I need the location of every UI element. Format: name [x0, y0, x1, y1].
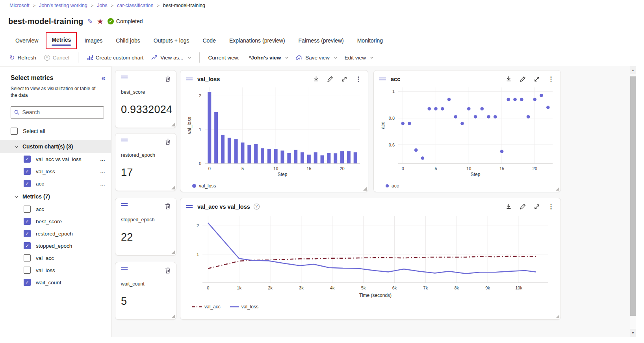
tab-fairness[interactable]: Fairness (preview) — [293, 33, 350, 48]
acc-scatter-chart[interactable]: 051015200.60.81Stepacc — [379, 83, 557, 179]
download-icon[interactable] — [506, 204, 512, 210]
tab-overview[interactable]: Overview — [9, 33, 44, 48]
drag-handle[interactable] — [379, 78, 386, 80]
drag-handle[interactable] — [186, 205, 193, 208]
checkbox-best-score[interactable]: ✓ — [24, 218, 31, 225]
more-options-icon[interactable]: … — [100, 169, 106, 174]
checkbox-acc-chart[interactable]: ✓ — [24, 180, 31, 187]
delete-card-icon[interactable] — [165, 203, 171, 211]
breadcrumb-link-experiment[interactable]: car-classification — [117, 3, 153, 8]
resize-handle[interactable] — [171, 186, 175, 189]
collapse-panel-icon[interactable]: « — [101, 74, 106, 82]
edit-chart-icon[interactable] — [327, 76, 333, 82]
svg-text:15: 15 — [499, 166, 504, 171]
more-options-icon[interactable]: … — [100, 156, 106, 162]
metric-row[interactable]: ✓ stopped_epoch — [0, 240, 111, 252]
checkbox-stopped-epoch[interactable]: ✓ — [24, 242, 31, 249]
tab-images[interactable]: Images — [78, 33, 108, 48]
tab-metrics[interactable]: Metrics — [46, 32, 77, 49]
expand-icon[interactable] — [341, 76, 347, 82]
breadcrumb-link-workspace[interactable]: John's testing working — [39, 3, 87, 8]
scrollbar-thumb[interactable] — [630, 76, 636, 316]
legend-acc[interactable]: acc — [386, 183, 399, 189]
create-custom-chart-button[interactable]: Create custom chart — [83, 55, 148, 61]
legend-val-loss[interactable]: val_loss — [230, 304, 258, 310]
checkbox-val-acc-vs-val-loss[interactable]: ✓ — [24, 156, 31, 163]
metric-row[interactable]: ✓ acc — [0, 203, 111, 215]
metric-row[interactable]: ✓ val_acc — [0, 252, 111, 264]
drag-handle[interactable] — [121, 203, 128, 206]
more-options-icon[interactable]: ⋮ — [548, 75, 554, 83]
current-view-dropdown[interactable]: *John's view — [245, 55, 292, 61]
resize-handle[interactable] — [556, 187, 559, 191]
metric-row[interactable]: ✓ best_score — [0, 215, 111, 228]
legend-val-acc[interactable]: val_acc — [192, 304, 221, 310]
resize-handle[interactable] — [171, 315, 175, 318]
group-custom-charts[interactable]: Custom chart(s) (3) — [0, 140, 111, 153]
select-all-row[interactable]: ✓ Select all — [11, 125, 111, 137]
favorite-star-icon[interactable]: ★ — [97, 17, 104, 26]
val-loss-bar-chart[interactable]: 05101520012Stepval_loss — [186, 83, 364, 179]
delete-card-icon[interactable] — [165, 76, 171, 83]
checkbox-val-loss[interactable]: ✓ — [24, 267, 31, 274]
breadcrumb-link-microsoft[interactable]: Microsoft — [9, 3, 30, 8]
legend-val-loss[interactable]: val_loss — [192, 183, 216, 189]
select-all-checkbox[interactable]: ✓ — [11, 128, 18, 135]
scroll-up-arrow[interactable]: ▲ — [630, 66, 636, 74]
scroll-down-arrow[interactable]: ▼ — [630, 329, 636, 337]
checkbox-val-acc[interactable]: ✓ — [24, 254, 31, 261]
resize-handle[interactable] — [363, 187, 367, 191]
edit-chart-icon[interactable] — [520, 76, 526, 82]
group-metrics[interactable]: Metrics (7) — [0, 190, 111, 203]
download-icon[interactable] — [313, 76, 319, 82]
val-acc-vs-val-loss-line-chart[interactable]: 01k2k3k4k5k6k7k8k9k10k12Time (seconds) — [186, 210, 555, 300]
resize-handle[interactable] — [171, 123, 175, 126]
tab-explanations[interactable]: Explanations (preview) — [223, 33, 291, 48]
tab-outputs-logs[interactable]: Outputs + logs — [148, 33, 195, 48]
drag-handle[interactable] — [121, 76, 128, 78]
edit-title-icon[interactable]: ✎ — [87, 17, 93, 26]
search-input[interactable] — [22, 109, 100, 115]
status-label: Completed — [116, 18, 143, 24]
drag-handle[interactable] — [186, 78, 193, 80]
more-options-icon[interactable]: ⋮ — [355, 75, 362, 83]
metric-row[interactable]: ✓ val_loss — [0, 264, 111, 276]
tab-code[interactable]: Code — [197, 33, 221, 48]
svg-text:Time (seconds): Time (seconds) — [359, 293, 392, 298]
save-view-button[interactable]: Save view — [292, 55, 341, 61]
metric-row[interactable]: ✓ wait_count — [0, 276, 111, 289]
resize-handle[interactable] — [556, 315, 559, 318]
help-icon[interactable]: ? — [254, 204, 260, 210]
custom-chart-row[interactable]: ✓ val_acc vs val_loss … — [0, 153, 111, 165]
expand-icon[interactable] — [534, 204, 540, 210]
refresh-button[interactable]: ↻ Refresh — [9, 54, 40, 61]
drag-handle[interactable] — [121, 139, 128, 141]
custom-chart-row[interactable]: ✓ val_loss … — [0, 165, 111, 178]
expand-icon[interactable] — [534, 76, 540, 82]
delete-card-icon[interactable] — [165, 139, 171, 146]
checkbox-wait-count[interactable]: ✓ — [24, 279, 31, 286]
vertical-scrollbar[interactable]: ▲ ▼ — [630, 66, 636, 337]
tab-child-jobs[interactable]: Child jobs — [110, 33, 146, 48]
metric-row[interactable]: ✓ restored_epoch — [0, 228, 111, 240]
tab-monitoring[interactable]: Monitoring — [351, 33, 389, 48]
delete-card-icon[interactable] — [165, 267, 171, 275]
checkbox-acc[interactable]: ✓ — [24, 206, 31, 213]
metrics-search-box[interactable] — [11, 106, 104, 119]
edit-chart-icon[interactable] — [520, 204, 526, 210]
group-metrics-label: Metrics (7) — [22, 193, 50, 200]
legend-label: val_acc — [204, 304, 221, 310]
download-icon[interactable] — [506, 76, 512, 82]
cancel-button[interactable]: ✕ Cancel — [40, 55, 73, 61]
view-as-button[interactable]: View as... — [147, 55, 194, 61]
checkbox-val-loss-chart[interactable]: ✓ — [24, 168, 31, 175]
edit-view-button[interactable]: Edit view — [341, 55, 377, 61]
checkbox-restored-epoch[interactable]: ✓ — [24, 230, 31, 237]
drag-handle[interactable] — [121, 267, 128, 270]
breadcrumb-link-jobs[interactable]: Jobs — [97, 3, 107, 8]
custom-chart-row[interactable]: ✓ acc … — [0, 178, 111, 190]
more-options-icon[interactable]: … — [100, 181, 106, 187]
metric-card-restored-epoch: restored_epoch 17 — [115, 133, 176, 191]
more-options-icon[interactable]: ⋮ — [548, 203, 554, 210]
resize-handle[interactable] — [171, 250, 175, 254]
